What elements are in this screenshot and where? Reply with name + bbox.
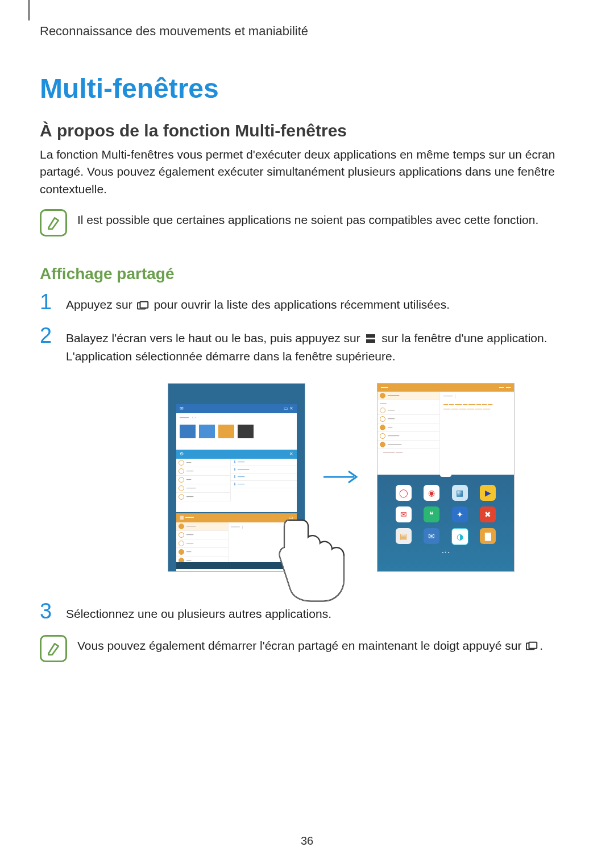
app-icon-location: ✖ (480, 506, 496, 522)
step-1-text: Appuyez sur pour ouvrir la liste des app… (66, 291, 450, 314)
page-title: Multi-fenêtres (40, 73, 574, 104)
step-2-number: 2 (40, 325, 56, 346)
page-dots: • ▪ • (377, 550, 514, 555)
pane-label: ✉ (180, 406, 184, 411)
note-longpress-text: Vous pouvez également démarrer l'écran p… (77, 634, 543, 654)
step-1-text-b: pour ouvrir la liste des applications ré… (154, 298, 450, 311)
pane-close: ✕ (289, 451, 293, 456)
note2-b: . (540, 639, 543, 652)
pane-label: ▦ ━━━ (180, 515, 194, 520)
step-3-text: Sélectionnez une ou plusieurs autres app… (66, 600, 331, 624)
section-splitview-heading: Affichage partagé (40, 265, 574, 283)
note-icon (40, 635, 67, 662)
app-icon-calendar: ▤ (396, 528, 412, 544)
top-margin-rule (28, 0, 30, 20)
note-compatibility: Il est possible que certaines applicatio… (40, 208, 574, 236)
step-3-number: 3 (40, 600, 56, 622)
svg-rect-6 (529, 642, 537, 649)
note2-a: Vous pouvez également démarrer l'écran p… (77, 639, 525, 652)
tablet-left-recents: ✉ ▭ ✕ ━━━━ ‹ › ⚙ ✕ (168, 383, 305, 572)
note-text: Il est possible que certaines applicatio… (77, 208, 538, 229)
app-icon-chrome: ◯ (396, 485, 412, 501)
step-2-text: Balayez l'écran vers le haut ou le bas, … (66, 325, 574, 366)
step-3: 3 Sélectionnez une ou plusieurs autres a… (40, 600, 574, 624)
app-icon-internet: ✦ (452, 506, 468, 522)
app-icon-gallery: ▦ (452, 485, 468, 501)
pane-controls: ▭ ✕ (284, 406, 293, 411)
note-longpress: Vous pouvez également démarrer l'écran p… (40, 634, 574, 662)
page-number: 36 (0, 834, 614, 848)
breadcrumb: Reconnaissance des mouvements et maniabi… (40, 24, 574, 39)
app-icon-music: ◑ (451, 528, 468, 545)
app-icon-email: ✉ (424, 528, 439, 544)
app-icon-maps: ▶ (480, 485, 496, 501)
svg-rect-1 (140, 301, 148, 308)
app-icon-record: ◉ (424, 485, 439, 501)
section-about-heading: À propos de la fonction Multi-fenêtres (40, 121, 574, 140)
split-view-icon (364, 334, 377, 344)
illustration-row: ✉ ▭ ✕ ━━━━ ‹ › ⚙ ✕ (108, 383, 574, 572)
section-about-body: La fonction Multi-fenêtres vous permet d… (40, 146, 574, 198)
step-1-number: 1 (40, 291, 56, 313)
split-target-icon: ▭ (289, 515, 293, 520)
app-icon-files: ▇ (480, 528, 496, 544)
tablet-right-splitview: ━━━ ━━ ━━ ━━━━━ ━━━ ━━━ ━━━ ━━ ━━━━━ ━━━… (377, 383, 515, 572)
step-1: 1 Appuyez sur pour ouvrir la liste des a… (40, 291, 574, 314)
pane-label: ⚙ (180, 451, 184, 456)
step-1-text-a: Appuyez sur (66, 298, 136, 311)
recent-apps-icon (526, 641, 538, 651)
note-icon (40, 209, 67, 236)
app-icon-hangouts: ❝ (424, 506, 439, 522)
arrow-icon (321, 383, 361, 571)
recent-apps-icon (137, 301, 150, 311)
app-icon-gmail: ✉ (396, 506, 412, 522)
svg-rect-2 (366, 334, 375, 338)
step-2: 2 Balayez l'écran vers le haut ou le bas… (40, 325, 574, 366)
svg-rect-3 (366, 339, 375, 343)
step-2-text-a: Balayez l'écran vers le haut ou le bas, … (66, 331, 363, 344)
split-handle (440, 472, 451, 477)
